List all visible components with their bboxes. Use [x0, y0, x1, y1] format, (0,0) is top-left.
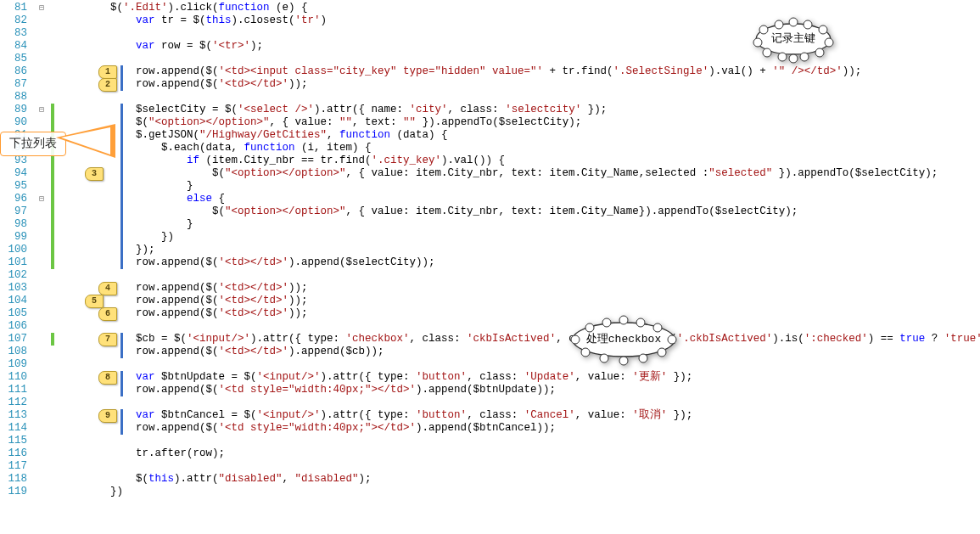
line-number: 118: [0, 473, 32, 486]
fold-toggle[interactable]: ⊟: [32, 104, 51, 116]
line-number: 111: [0, 384, 32, 396]
callout-label: 下拉列表: [9, 137, 57, 150]
code-line[interactable]: [59, 396, 980, 409]
fold-toggle: [32, 180, 51, 193]
code-line[interactable]: $('.Edit').click(function (e) {: [59, 2, 980, 14]
svg-point-17: [602, 318, 611, 327]
fold-gutter[interactable]: ⊟ ⊟ ⊟: [32, 0, 51, 534]
fold-toggle: [32, 78, 51, 91]
code-line[interactable]: var row = $('<tr>');: [59, 40, 980, 53]
line-number: 106: [0, 320, 32, 333]
fold-toggle: [32, 371, 51, 384]
line-number: 99: [0, 231, 32, 244]
code-line[interactable]: [59, 320, 980, 333]
code-line[interactable]: row.append($('<td></td>'));: [59, 295, 980, 307]
code-line[interactable]: $(this).attr("disabled", "disabled");: [59, 473, 980, 486]
fold-toggle: [32, 422, 51, 435]
line-number-gutter: 8182838485868788899091929394959697989910…: [0, 0, 32, 534]
code-line[interactable]: [59, 91, 980, 104]
fold-toggle[interactable]: ⊟: [32, 193, 51, 205]
svg-point-11: [815, 48, 824, 57]
line-number: 97: [0, 205, 32, 218]
annotation-bar: [120, 371, 123, 396]
line-number: 95: [0, 180, 32, 193]
bubble-handle-checkbox: 处理checkbox: [560, 314, 687, 369]
code-line[interactable]: var $btnCancel = $('<input/>').attr({ ty…: [59, 409, 980, 422]
fold-toggle: [32, 205, 51, 218]
change-marker-column: [51, 0, 54, 534]
svg-point-4: [775, 20, 783, 29]
fold-toggle: [32, 14, 51, 27]
line-number: 110: [0, 371, 32, 384]
annotation-badge-3: 3: [85, 167, 104, 181]
fold-toggle: [32, 435, 51, 447]
code-line[interactable]: }): [59, 486, 980, 498]
svg-point-13: [800, 53, 809, 61]
line-number: 112: [0, 396, 32, 409]
code-line[interactable]: }): [59, 231, 980, 244]
annotation-bar: [120, 333, 123, 358]
code-line[interactable]: row.append($('<td style="width:40px;"></…: [59, 384, 980, 396]
code-line[interactable]: row.append($('<td></td>'));: [59, 282, 980, 295]
code-editor[interactable]: 8182838485868788899091929394959697989910…: [0, 0, 980, 534]
code-line[interactable]: var tr = $(this).closest('tr'): [59, 14, 980, 27]
annotation-badge-1: 1: [98, 65, 117, 79]
code-line[interactable]: row.append($('<td></td>'));: [59, 78, 980, 91]
annotation-badge-6: 6: [98, 307, 117, 321]
svg-point-10: [763, 48, 771, 57]
code-line[interactable]: [59, 358, 980, 371]
line-number: 115: [0, 435, 32, 447]
line-number: 114: [0, 422, 32, 435]
code-line[interactable]: [59, 460, 980, 473]
code-line[interactable]: $("<option></option>", { value: "", text…: [59, 116, 980, 129]
code-line[interactable]: }: [59, 180, 980, 193]
line-number: 101: [0, 256, 32, 269]
svg-point-18: [636, 318, 645, 327]
fold-toggle: [32, 40, 51, 53]
code-line[interactable]: $cb = $('<input/>').attr({ type: 'checkb…: [59, 333, 980, 346]
code-line[interactable]: }: [59, 218, 980, 231]
fold-toggle: [32, 473, 51, 486]
fold-toggle[interactable]: ⊟: [32, 2, 51, 14]
code-line[interactable]: [59, 27, 980, 40]
bubble-record-pk: 记录主键: [747, 17, 840, 68]
line-number: 103: [0, 282, 32, 295]
code-line[interactable]: row.append($('<td style="width:40px;"></…: [59, 422, 980, 435]
fold-toggle: [32, 269, 51, 282]
fold-toggle: [32, 116, 51, 129]
code-line[interactable]: if (item.City_nbr == tr.find('.city_key'…: [59, 155, 980, 167]
code-line[interactable]: row.append($('<td><input class="city_key…: [59, 65, 980, 78]
code-line[interactable]: row.append($('<td></td>'));: [59, 307, 980, 320]
fold-toggle: [32, 307, 51, 320]
fold-toggle: [32, 167, 51, 180]
code-line[interactable]: });: [59, 244, 980, 256]
code-line[interactable]: tr.after(row);: [59, 447, 980, 460]
code-line[interactable]: [59, 435, 980, 447]
code-line[interactable]: [59, 53, 980, 65]
line-number: 98: [0, 218, 32, 231]
fold-toggle: [32, 65, 51, 78]
code-line[interactable]: var $btnUpdate = $('<input/>').attr({ ty…: [59, 371, 980, 384]
code-line[interactable]: $("<option></option>", { value: item.Cit…: [59, 205, 980, 218]
svg-point-19: [585, 323, 594, 332]
fold-toggle: [32, 320, 51, 333]
code-line[interactable]: row.append($('<td></td>').append($cb));: [59, 346, 980, 358]
code-line[interactable]: row.append($('<td></td>').append($select…: [59, 256, 980, 269]
annotation-badge-5: 5: [85, 295, 104, 308]
code-line[interactable]: $selectCity = $('<select />').attr({ nam…: [59, 104, 980, 116]
code-line[interactable]: $.each(data, function (i, item) {: [59, 142, 980, 155]
code-area[interactable]: $('.Edit').click(function (e) { var tr =…: [59, 2, 980, 498]
code-line[interactable]: $.getJSON("/Highway/GetCities", function…: [59, 129, 980, 142]
fold-toggle: [32, 295, 51, 307]
line-number: 119: [0, 486, 32, 498]
line-number: 102: [0, 269, 32, 282]
line-number: 84: [0, 40, 32, 53]
line-number: 104: [0, 295, 32, 307]
svg-point-26: [639, 354, 647, 363]
code-line[interactable]: else {: [59, 193, 980, 205]
line-number: 116: [0, 447, 32, 460]
code-line[interactable]: $("<option></option>", { value: item.Cit…: [59, 167, 980, 180]
code-line[interactable]: [59, 269, 980, 282]
svg-point-25: [600, 354, 608, 363]
line-number: 86: [0, 65, 32, 78]
